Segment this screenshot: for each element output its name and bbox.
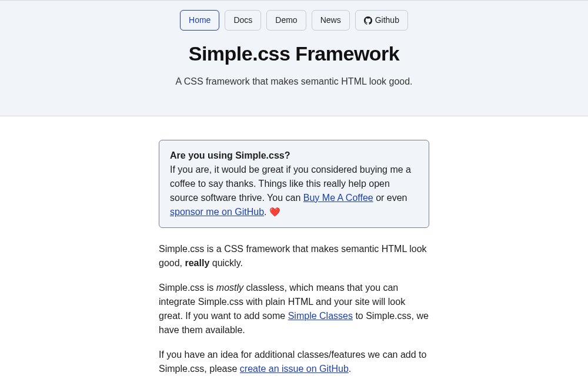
github-icon — [364, 16, 372, 25]
sponsor-github-link[interactable]: sponsor me on GitHub — [170, 207, 264, 217]
main-content: Are you using Simple.css? If you are, it… — [147, 116, 441, 386]
page-header: Home Docs Demo News Github Simple.css Fr… — [0, 0, 588, 116]
nav-label: Docs — [233, 14, 252, 26]
nav-label: Home — [189, 14, 211, 26]
page-title: Simple.css Framework — [0, 39, 588, 69]
nav-label: Demo — [275, 14, 297, 26]
intro-paragraph-2: Simple.css is mostly classless, which me… — [159, 281, 429, 337]
callout-box: Are you using Simple.css? If you are, it… — [159, 140, 429, 228]
emphasis: really — [185, 258, 209, 268]
intro-paragraph-3: If you have an idea for additional class… — [159, 348, 429, 376]
nav-label: Github — [375, 14, 399, 26]
create-issue-link[interactable]: create an issue on GitHub — [240, 364, 349, 374]
nav-demo[interactable]: Demo — [266, 10, 306, 31]
emphasis: mostly — [216, 283, 243, 293]
heart-icon: ❤️ — [269, 207, 280, 217]
main-nav: Home Docs Demo News Github — [0, 10, 588, 31]
simple-classes-link[interactable]: Simple Classes — [288, 311, 353, 321]
nav-github[interactable]: Github — [355, 10, 408, 31]
callout-text: . — [264, 207, 269, 217]
intro-paragraph-1: Simple.css is a CSS framework that makes… — [159, 242, 429, 270]
page-subtitle: A CSS framework that makes semantic HTML… — [0, 75, 588, 89]
nav-docs[interactable]: Docs — [225, 10, 261, 31]
nav-home[interactable]: Home — [180, 10, 219, 31]
callout-text: or even — [373, 193, 407, 203]
text: quickly. — [209, 258, 243, 268]
nav-news[interactable]: News — [312, 10, 350, 31]
text: . — [349, 364, 351, 374]
callout-heading: Are you using Simple.css? — [170, 150, 290, 160]
buy-coffee-link[interactable]: Buy Me A Coffee — [303, 193, 373, 203]
text: Simple.css is — [159, 283, 216, 293]
nav-label: News — [320, 14, 341, 26]
